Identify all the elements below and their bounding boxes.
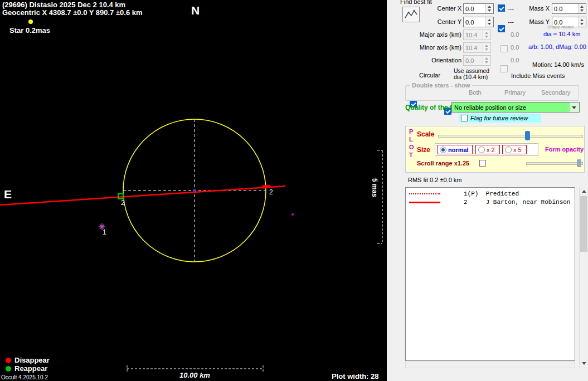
size-label: Size — [417, 146, 430, 154]
vertical-scrollbar[interactable] — [579, 187, 588, 368]
find-best-fit-label: Find best fit — [400, 0, 432, 5]
horizontal-scrollbar[interactable] — [405, 362, 575, 368]
form-opacity-slider[interactable] — [526, 162, 583, 165]
km-scale-label: 10.00 km — [179, 371, 210, 379]
ab-dmag-info-label: a/b: 1.00, dMag: 0.00 — [528, 43, 586, 50]
center-y-checkbox[interactable] — [498, 25, 505, 32]
mass-y-spin-buttons[interactable] — [578, 17, 586, 27]
list-item[interactable]: 1(P) Predicted — [406, 189, 575, 198]
major-axis-spinner[interactable]: 10.4 — [463, 30, 491, 40]
plot-width-label: Plot width: 28 km — [332, 372, 387, 381]
dia-info-label: dia = 10.4 km — [543, 31, 580, 37]
circular-label: Circular — [419, 72, 440, 79]
mass-x-value: 0.0 — [552, 4, 578, 13]
center-y-dash: --- — [508, 18, 514, 25]
mass-x-label: Mass X — [525, 5, 550, 12]
minor-axis-checkbox[interactable] — [500, 65, 508, 72]
flag-review-label: Flag for future review — [470, 115, 528, 121]
size-x2-radio[interactable] — [478, 146, 485, 153]
size-x5-option[interactable]: x 5 — [502, 145, 527, 154]
fit-listbox[interactable]: 1(P) Predicted 2 J Barton, near Robinson — [405, 187, 575, 361]
chord-left-number: 2 — [121, 199, 125, 207]
list-item-text: 2 J Barton, near Robinson — [464, 198, 570, 206]
motion-label: Motion: 14.00 km/s — [532, 61, 584, 68]
size-normal-label: normal — [448, 146, 469, 153]
center-y-value: 0.0 — [464, 17, 485, 27]
size-normal-radio[interactable] — [440, 146, 446, 153]
north-label: N — [191, 4, 200, 17]
double-stars-primary-label: Primary — [504, 89, 526, 96]
size-x5-radio[interactable] — [505, 146, 512, 153]
list-item[interactable]: 2 J Barton, near Robinson — [406, 198, 575, 206]
center-y-label: Center Y — [429, 18, 461, 25]
orientation-spinner[interactable]: 0.0 — [463, 55, 491, 66]
star-marker-number: 1 — [103, 228, 106, 236]
scale-label: Scale — [417, 130, 434, 138]
control-panel: Find best fit Center X 0.0 --- Mass X 0.… — [387, 0, 588, 381]
size-x2-option[interactable]: x 2 — [475, 145, 500, 154]
plot-area[interactable]: (29696) Distasio 2025 Dec 2 10.4 km Geoc… — [0, 0, 387, 381]
mas-scale-label: 5 mas — [371, 178, 378, 197]
rms-label: RMS fit 0.2 ±0.0 km — [408, 177, 462, 183]
occult-window: (29696) Distasio 2025 Dec 2 10.4 km Geoc… — [0, 0, 588, 381]
minor-axis-label: Minor axis (km) — [418, 44, 461, 51]
plot-letter-p: P — [409, 128, 413, 135]
scroll-range-checkbox[interactable] — [479, 160, 486, 167]
fit-button[interactable] — [402, 7, 420, 22]
shape-model-label: Shape model — [547, 25, 574, 30]
legend-disappear-dot — [6, 358, 11, 363]
legend-disappear-label: Disappear — [14, 356, 50, 364]
major-axis-checkbox[interactable] — [500, 45, 508, 52]
minor-axis-extra: 0.0 — [511, 44, 519, 51]
minor-axis-spinner[interactable]: 10.4 — [463, 42, 491, 53]
fit-curve-icon — [404, 9, 418, 20]
companion-dot — [291, 213, 294, 216]
center-x-checkbox[interactable] — [498, 4, 505, 12]
include-miss-label: Include Miss events — [511, 72, 565, 79]
center-y-spinner[interactable]: 0.0 — [463, 17, 494, 27]
mass-x-spin-buttons[interactable] — [578, 4, 586, 13]
legend-reappear-dot — [6, 366, 11, 372]
observed-line-sample — [409, 202, 440, 203]
size-normal-option[interactable]: normal — [437, 145, 473, 154]
plot-canvas[interactable] — [0, 0, 387, 381]
plot-title-line1: (29696) Distasio 2025 Dec 2 10.4 km — [2, 1, 125, 9]
mass-y-label: Mass Y — [525, 18, 550, 25]
scale-slider-thumb[interactable] — [525, 131, 530, 140]
form-opacity-slider-thumb[interactable] — [577, 159, 581, 167]
center-x-label: Center X — [429, 5, 461, 12]
double-stars-secondary-label: Secondary — [541, 89, 571, 96]
star-dot — [28, 19, 33, 24]
scale-slider[interactable] — [438, 135, 583, 138]
version-label: Occult 4.2025.10.2 — [1, 374, 48, 380]
chord-line[interactable] — [0, 186, 285, 205]
center-x-spin-buttons[interactable] — [485, 4, 493, 13]
center-y-spin-buttons[interactable] — [485, 17, 493, 27]
orientation-extra: 0.0 — [511, 57, 519, 63]
quality-label: Quality of the fit — [405, 104, 456, 111]
minor-axis-spin-buttons[interactable] — [483, 43, 490, 52]
mass-x-spinner[interactable]: 0.0 — [552, 3, 586, 14]
major-axis-extra: 0.0 — [511, 31, 519, 38]
size-x2-label: x 2 — [487, 146, 495, 153]
major-axis-label: Major axis (km) — [418, 31, 461, 38]
size-options-box: normal x 2 x 5 — [435, 143, 538, 156]
dropdown-arrow-icon[interactable] — [569, 102, 579, 112]
scroll-up-arrow-icon[interactable] — [580, 187, 588, 196]
center-x-spinner[interactable]: 0.0 — [463, 3, 494, 14]
major-axis-spin-buttons[interactable] — [483, 30, 490, 40]
scrollbar-thumb[interactable] — [580, 196, 587, 252]
scroll-range-label: Scroll range x1.25 — [417, 160, 469, 167]
quality-value: No reliable position or size — [452, 102, 569, 112]
plot-controls-panel: P L O T Scale Size normal x 2 — [405, 126, 585, 173]
double-stars-both-label: Both — [469, 89, 482, 96]
flag-review-checkbox[interactable] — [461, 115, 468, 121]
predicted-line-sample — [409, 193, 440, 194]
scroll-down-arrow-icon[interactable] — [580, 359, 588, 368]
quality-dropdown[interactable]: No reliable position or size — [451, 102, 580, 113]
legend-reappear-label: Reappear — [14, 364, 47, 373]
plot-letter-t: T — [409, 152, 413, 158]
orientation-spin-buttons[interactable] — [483, 56, 490, 65]
double-stars-label: Double stars - show — [410, 82, 472, 89]
plot-letter-l: L — [409, 136, 413, 143]
